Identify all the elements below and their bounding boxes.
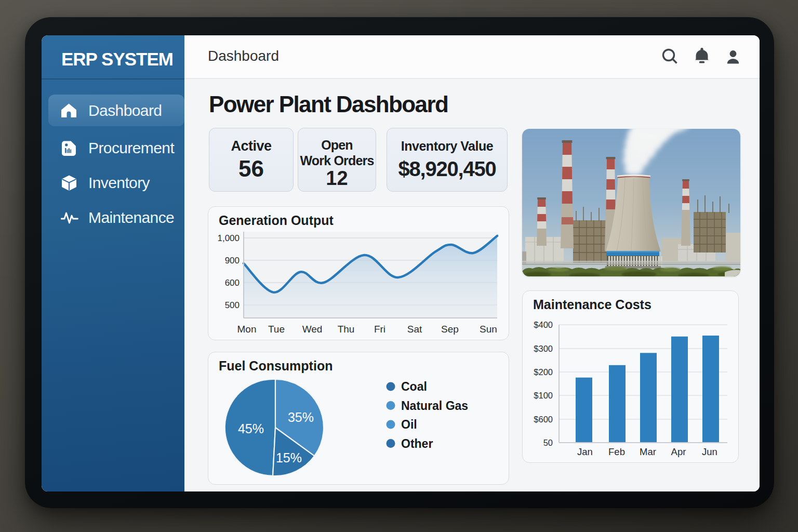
- svg-text:Jun: Jun: [702, 446, 717, 457]
- svg-text:Oil: Oil: [401, 418, 417, 431]
- svg-text:Coal: Coal: [401, 380, 427, 393]
- svg-text:1,000: 1,000: [217, 233, 240, 243]
- svg-text:Sat: Sat: [407, 324, 422, 335]
- svg-text:600: 600: [225, 278, 240, 288]
- svg-text:Other: Other: [401, 437, 433, 450]
- svg-text:Apr: Apr: [671, 446, 686, 457]
- svg-text:50: 50: [543, 438, 553, 447]
- svg-text:$300: $300: [534, 344, 553, 353]
- svg-text:$100: $100: [534, 391, 553, 400]
- svg-text:Wed: Wed: [302, 324, 323, 335]
- svg-text:$200: $200: [534, 367, 553, 377]
- svg-text:$400: $400: [534, 320, 553, 329]
- svg-text:Natural Gas: Natural Gas: [401, 399, 468, 413]
- svg-text:45%: 45%: [238, 421, 264, 436]
- svg-text:900: 900: [225, 256, 240, 265]
- svg-text:$600: $600: [534, 415, 553, 424]
- svg-text:Thu: Thu: [338, 324, 355, 335]
- svg-text:Feb: Feb: [608, 446, 625, 457]
- svg-text:Jan: Jan: [577, 446, 593, 457]
- svg-text:Mon: Mon: [237, 324, 257, 335]
- svg-text:Mar: Mar: [640, 446, 656, 457]
- svg-text:Sun: Sun: [480, 324, 497, 335]
- svg-text:15%: 15%: [276, 450, 302, 465]
- svg-text:Fri: Fri: [374, 324, 385, 335]
- svg-text:Sep: Sep: [441, 324, 459, 335]
- svg-text:Tue: Tue: [268, 324, 285, 335]
- svg-text:35%: 35%: [288, 410, 314, 424]
- svg-text:500: 500: [225, 300, 240, 310]
